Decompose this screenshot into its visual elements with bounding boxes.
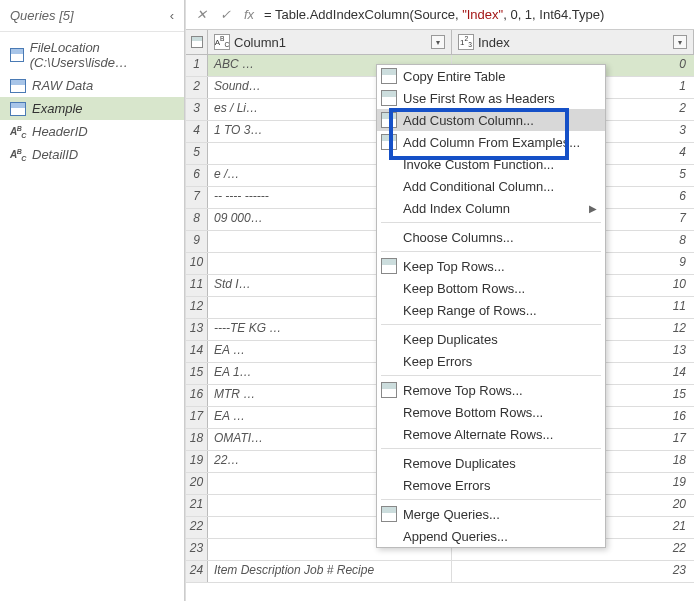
query-item-label: FileLocation (C:\Users\lisde… (30, 40, 174, 70)
menu-item[interactable]: Add Custom Column... (377, 109, 605, 131)
menu-item-label: Merge Queries... (403, 507, 500, 522)
menu-item-label: Remove Bottom Rows... (403, 405, 543, 420)
menu-item-label: Remove Errors (403, 478, 490, 493)
sidebar-header: Queries [5] ‹ (0, 0, 184, 32)
menu-item-label: Keep Duplicates (403, 332, 498, 347)
menu-item-label: Use First Row as Headers (403, 91, 555, 106)
menu-item[interactable]: Add Column From Examples... (377, 131, 605, 153)
index-filter-dropdown[interactable]: ▾ (673, 35, 687, 49)
row-number: 4 (186, 121, 208, 142)
type-number-icon: 123 (458, 34, 474, 50)
menu-item-label: Add Index Column (403, 201, 510, 216)
query-item-label: Example (32, 101, 83, 116)
menu-item-label: Keep Bottom Rows... (403, 281, 525, 296)
menu-item-label: Append Queries... (403, 529, 508, 544)
query-item[interactable]: FileLocation (C:\Users\lisde… (0, 36, 184, 74)
menu-item[interactable]: Keep Errors (377, 350, 605, 372)
table-menu-button[interactable] (186, 30, 208, 54)
type-text-icon: ABC (214, 34, 230, 50)
menu-item[interactable]: Remove Alternate Rows... (377, 423, 605, 445)
cancel-icon[interactable]: ✕ (192, 6, 210, 24)
menu-item[interactable]: Remove Duplicates (377, 452, 605, 474)
main-area: ✕ ✓ fx = Table.AddIndexColumn(Source, "I… (185, 0, 694, 601)
menu-item-label: Add Custom Column... (403, 113, 534, 128)
menu-separator (381, 448, 601, 449)
menu-item-label: Invoke Custom Function... (403, 157, 554, 172)
row-number: 19 (186, 451, 208, 472)
table-row[interactable]: 24Item Description Job # Recipe23 (186, 561, 694, 583)
menu-item-icon (381, 134, 397, 150)
menu-item[interactable]: Choose Columns... (377, 226, 605, 248)
cell-column1[interactable]: Item Description Job # Recipe (208, 561, 452, 582)
row-number: 2 (186, 77, 208, 98)
row-number: 20 (186, 473, 208, 494)
menu-separator (381, 251, 601, 252)
menu-item-icon (381, 382, 397, 398)
formula-text[interactable]: = Table.AddIndexColumn(Source, "Index", … (264, 7, 604, 22)
menu-item[interactable]: Keep Range of Rows... (377, 299, 605, 321)
menu-item[interactable]: Keep Bottom Rows... (377, 277, 605, 299)
row-number: 14 (186, 341, 208, 362)
menu-item-label: Add Column From Examples... (403, 135, 580, 150)
menu-item[interactable]: Remove Top Rows... (377, 379, 605, 401)
query-item-label: RAW Data (32, 78, 93, 93)
row-number: 23 (186, 539, 208, 560)
column-header-index[interactable]: 123 Index ▾ (452, 30, 694, 54)
menu-item[interactable]: Merge Queries... (377, 503, 605, 525)
index-label: Index (478, 35, 673, 50)
sidebar-title: Queries [5] (10, 8, 74, 23)
menu-item[interactable]: Remove Bottom Rows... (377, 401, 605, 423)
text-icon: ABC (10, 125, 26, 139)
menu-item[interactable]: Add Index Column▶ (377, 197, 605, 219)
row-number: 8 (186, 209, 208, 230)
query-item[interactable]: RAW Data (0, 74, 184, 97)
query-item[interactable]: ABCHeaderID (0, 120, 184, 143)
row-number: 18 (186, 429, 208, 450)
row-number: 9 (186, 231, 208, 252)
row-number: 15 (186, 363, 208, 384)
menu-item[interactable]: Keep Duplicates (377, 328, 605, 350)
menu-item[interactable]: Use First Row as Headers (377, 87, 605, 109)
menu-item-label: Remove Duplicates (403, 456, 516, 471)
row-number: 17 (186, 407, 208, 428)
menu-item-label: Add Conditional Column... (403, 179, 554, 194)
menu-item[interactable]: Append Queries... (377, 525, 605, 547)
row-number: 6 (186, 165, 208, 186)
table-context-menu: Copy Entire TableUse First Row as Header… (376, 64, 606, 548)
menu-item-label: Remove Alternate Rows... (403, 427, 553, 442)
row-number: 10 (186, 253, 208, 274)
column1-filter-dropdown[interactable]: ▾ (431, 35, 445, 49)
query-item[interactable]: ABCDetailID (0, 143, 184, 166)
cell-index[interactable]: 23 (452, 561, 694, 582)
menu-separator (381, 499, 601, 500)
row-number: 11 (186, 275, 208, 296)
menu-item-label: Keep Errors (403, 354, 472, 369)
menu-item-icon (381, 68, 397, 84)
row-number: 21 (186, 495, 208, 516)
menu-item-label: Copy Entire Table (403, 69, 505, 84)
menu-item[interactable]: Copy Entire Table (377, 65, 605, 87)
queries-sidebar: Queries [5] ‹ FileLocation (C:\Users\lis… (0, 0, 185, 601)
row-number: 16 (186, 385, 208, 406)
text-icon: ABC (10, 148, 26, 162)
menu-item[interactable]: Remove Errors (377, 474, 605, 496)
table-icon (191, 36, 203, 48)
menu-item[interactable]: Invoke Custom Function... (377, 153, 605, 175)
query-item[interactable]: Example (0, 97, 184, 120)
formula-bar: ✕ ✓ fx = Table.AddIndexColumn(Source, "I… (186, 0, 694, 30)
collapse-chevron-icon[interactable]: ‹ (170, 8, 174, 23)
row-number: 13 (186, 319, 208, 340)
row-number: 12 (186, 297, 208, 318)
row-number: 24 (186, 561, 208, 582)
menu-item[interactable]: Add Conditional Column... (377, 175, 605, 197)
column-header-column1[interactable]: ABC Column1 ▾ (208, 30, 452, 54)
menu-item[interactable]: Keep Top Rows... (377, 255, 605, 277)
row-number: 22 (186, 517, 208, 538)
menu-separator (381, 222, 601, 223)
table-icon (10, 102, 26, 116)
accept-icon[interactable]: ✓ (216, 6, 234, 24)
menu-item-label: Keep Top Rows... (403, 259, 505, 274)
menu-item-label: Keep Range of Rows... (403, 303, 537, 318)
column1-label: Column1 (234, 35, 431, 50)
fx-icon[interactable]: fx (240, 6, 258, 24)
